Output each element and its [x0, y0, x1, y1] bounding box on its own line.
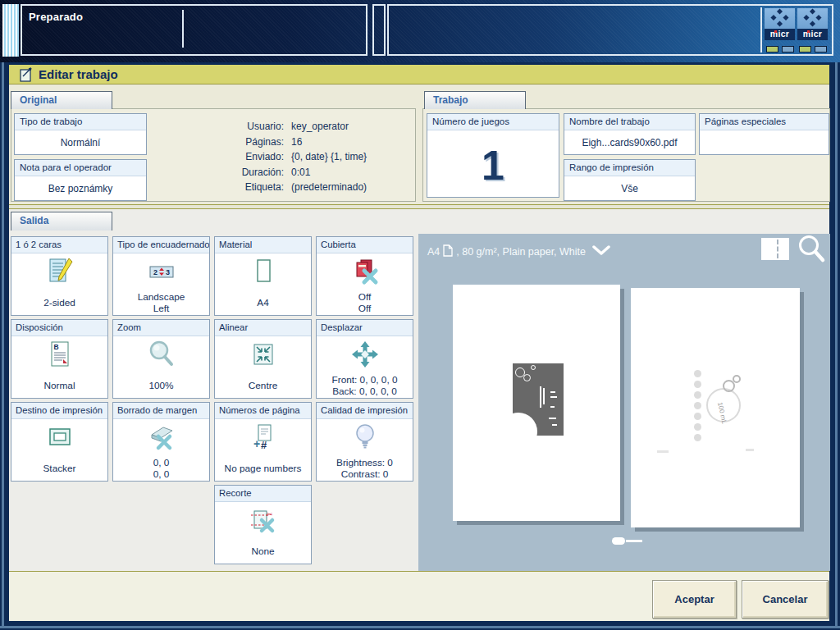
- svg-text:+: +: [253, 437, 260, 450]
- cover-off-icon: [350, 253, 380, 290]
- tile-label: 1 ó 2 caras: [11, 237, 107, 253]
- blank-sheet-icon: [249, 253, 278, 290]
- operator-note-button[interactable]: Nota para el operador Bez poznámky: [14, 159, 147, 201]
- top-status-bar: Preparado micr: [0, 0, 840, 62]
- status-divider: [760, 7, 762, 52]
- green-light-indicator: [799, 46, 811, 52]
- tile-print-quality[interactable]: Calidad de impresión Brightness: 0Contra…: [316, 402, 413, 482]
- tile-value: Normal: [43, 380, 75, 391]
- tab-original[interactable]: Original: [11, 91, 112, 109]
- print-preview-panel: A4 , 80 g/m², Plain paper, White: [418, 234, 830, 571]
- status-divider: [182, 10, 184, 48]
- chevron-down-icon: [592, 245, 610, 258]
- status-box-right: micr micr: [387, 4, 833, 56]
- job-type-button[interactable]: Tipo de trabajo Normální: [14, 113, 147, 155]
- tile-value: 100%: [148, 380, 173, 391]
- margin-erase-icon: [147, 419, 176, 455]
- micr-toner-indicator-2[interactable]: micr: [797, 8, 828, 52]
- tab-trabajo[interactable]: Trabajo: [424, 91, 526, 109]
- spread-view-icon[interactable]: [761, 238, 789, 260]
- trabajo-panel: Número de juegos 1 Nombre del trabajo Ei…: [422, 108, 830, 202]
- operator-note-value: Bez poznámky: [15, 176, 146, 200]
- svg-text:✂: ✂: [267, 510, 273, 518]
- tile-align[interactable]: Alinear Centre: [214, 319, 312, 399]
- job-name-label: Nombre del trabajo: [564, 114, 695, 130]
- tile-zoom[interactable]: Zoom 100%: [112, 319, 210, 399]
- stacker-tray-icon: [45, 419, 75, 455]
- blue-light-indicator: [815, 46, 827, 52]
- status-box-narrow: [372, 4, 386, 56]
- printer-status-text: Preparado: [29, 11, 83, 23]
- tile-value: Centre: [249, 380, 277, 391]
- original-panel: Tipo de trabajo Normální Nota para el op…: [11, 108, 416, 202]
- tile-trim[interactable]: Recorte ✂ None: [214, 485, 312, 564]
- tile-material[interactable]: Material A4: [214, 236, 312, 316]
- print-range-value: Vše: [564, 176, 695, 200]
- micr-label: micr: [797, 29, 828, 40]
- binding-2-3-icon: 2 3: [147, 253, 176, 290]
- tile-page-numbers[interactable]: Números de página + # No page numbers: [214, 402, 312, 482]
- special-pages-value: [700, 130, 829, 154]
- edit-job-dialog: Editar trabajo Original Tipo de trabajo …: [7, 62, 832, 623]
- tile-value: A4: [257, 297, 268, 308]
- tile-label: Disposición: [11, 320, 107, 336]
- layout-page-icon: B: [45, 336, 75, 372]
- tile-value: Landscape: [138, 291, 185, 303]
- preview-page-front: [453, 285, 620, 521]
- svg-text:3: 3: [166, 268, 170, 276]
- job-name-field[interactable]: Nombre del trabajo Eigh...cards90x60.pdf: [564, 113, 696, 155]
- print-range-button[interactable]: Rango de impresión Vše: [564, 159, 696, 201]
- micr-dots-icon: [765, 8, 795, 29]
- magnifier-icon: [147, 336, 176, 372]
- tile-sides[interactable]: 1 ó 2 caras 2-sided: [11, 236, 108, 316]
- print-range-label: Rango de impresión: [564, 160, 695, 176]
- tile-value: 0, 0: [153, 457, 170, 468]
- media-selector[interactable]: A4 , 80 g/m², Plain paper, White: [427, 244, 610, 259]
- tile-label: Tipo de encuadernado: [113, 237, 209, 253]
- cancel-button[interactable]: Cancelar: [742, 580, 829, 619]
- svg-text:B: B: [53, 343, 58, 351]
- tile-label: Borrado de margen: [113, 403, 209, 419]
- green-light-indicator: [766, 46, 778, 52]
- activity-stripes-indicator: [2, 4, 19, 57]
- tile-label: Alinear: [215, 320, 311, 336]
- tile-output-destination[interactable]: Destino de impresión Stacker: [11, 402, 108, 482]
- micr-label: micr: [765, 29, 795, 40]
- number-of-sets-button[interactable]: Número de juegos 1: [427, 113, 559, 198]
- printer-status-box: Preparado: [21, 4, 368, 56]
- edit-job-icon: [19, 66, 34, 86]
- tile-shift[interactable]: Desplazar Front: 0, 0, 0, 0Back: 0, 0, 0…: [316, 319, 413, 399]
- tile-value2: 0, 0: [153, 468, 170, 480]
- tile-value: Front: 0, 0, 0, 0: [332, 374, 398, 386]
- tile-value2: Left: [153, 303, 170, 314]
- info-row: Usuario:key_operator: [198, 119, 411, 135]
- tile-binding[interactable]: Tipo de encuadernado 2 3 LandscapeLeft: [112, 236, 210, 316]
- special-pages-button[interactable]: Páginas especiales: [699, 113, 829, 155]
- sheet-icon: [443, 244, 453, 259]
- tile-label: Números de página: [215, 403, 311, 419]
- micr-status-lights: [797, 46, 828, 52]
- tile-margin-erase[interactable]: Borrado de margen 0, 00, 0: [112, 402, 210, 482]
- window-edge-bottom: [0, 626, 840, 628]
- info-row: Enviado:{0, date} {1, time}: [198, 149, 411, 165]
- preview-slider-handle[interactable]: [612, 537, 625, 545]
- tile-label: Calidad de impresión: [317, 403, 413, 419]
- tile-value: Off: [358, 291, 372, 303]
- tile-label: Zoom: [113, 320, 209, 336]
- tile-value: None: [251, 546, 274, 557]
- business-card-artwork: [513, 363, 564, 436]
- accept-button[interactable]: Aceptar: [652, 580, 737, 619]
- tile-label: Desplazar: [317, 320, 413, 336]
- media-spec: , 80 g/m², Plain paper, White: [456, 246, 586, 258]
- tile-value2: Back: 0, 0, 0, 0: [332, 386, 397, 397]
- svg-text:#: #: [261, 439, 267, 451]
- duplex-page-pencil-icon: [45, 253, 75, 290]
- tab-salida[interactable]: Salida: [11, 212, 112, 231]
- micr-toner-indicator-1[interactable]: micr: [765, 8, 795, 52]
- special-pages-label: Páginas especiales: [700, 114, 829, 130]
- zoom-preview-icon[interactable]: [797, 235, 827, 267]
- operator-note-label: Nota para el operador: [15, 160, 146, 176]
- tile-cover[interactable]: Cubierta OffOff: [316, 236, 413, 316]
- job-name-value: Eigh...cards90x60.pdf: [564, 130, 695, 154]
- tile-layout[interactable]: Disposición B Normal: [11, 319, 108, 399]
